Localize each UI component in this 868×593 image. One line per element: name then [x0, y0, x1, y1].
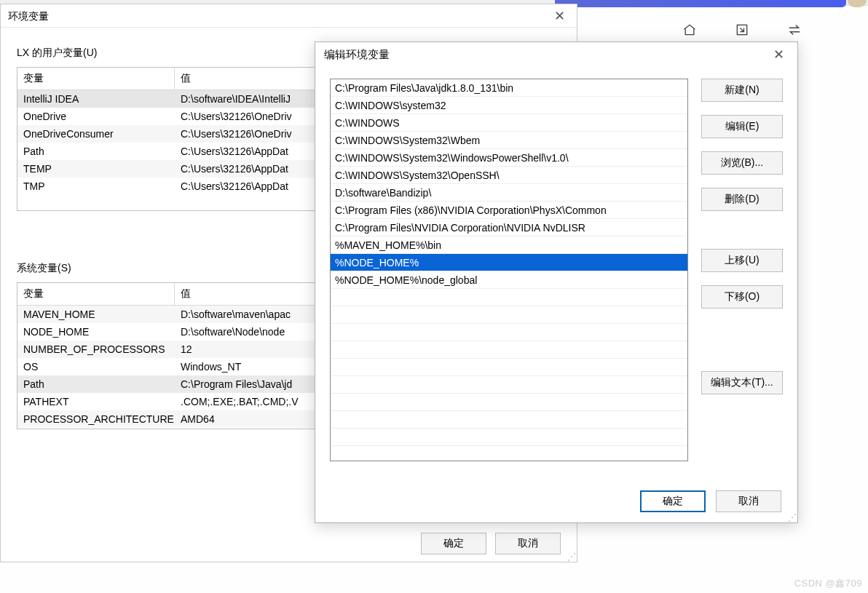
path-entry[interactable]: C:\Program Files\NVIDIA Corporation\NVID…	[331, 219, 687, 236]
var-name: PATHEXT	[17, 393, 175, 410]
var-name: Path	[17, 143, 175, 160]
path-entry[interactable]: C:\WINDOWS\System32\OpenSSH\	[331, 167, 687, 184]
ok-button[interactable]: 确定	[421, 533, 486, 554]
path-entry-empty[interactable]	[331, 306, 687, 324]
path-entry[interactable]: D:\software\Bandizip\	[331, 184, 687, 202]
ok-button[interactable]: 确定	[640, 490, 706, 512]
edit-dialog-footer: 确定 取消	[640, 490, 781, 512]
var-name: NODE_HOME	[17, 323, 175, 341]
move-up-button[interactable]: 上移(U)	[701, 249, 783, 272]
browse-button[interactable]: 浏览(B)...	[701, 151, 783, 175]
path-entry[interactable]: C:\WINDOWS\System32\WindowsPowerShell\v1…	[331, 149, 687, 167]
resize-grip-icon[interactable]: ⋰	[567, 554, 575, 560]
path-entry[interactable]: %MAVEN_HOME%\bin	[331, 236, 687, 254]
path-entry-empty[interactable]	[331, 359, 687, 376]
edit-dialog-side-buttons: 新建(N) 编辑(E) 浏览(B)... 删除(D) 上移(U) 下移(O) 编…	[701, 79, 783, 461]
column-header-name[interactable]: 变量	[17, 68, 175, 89]
var-name: OS	[17, 358, 175, 375]
var-name: PROCESSOR_ARCHITECTURE	[17, 410, 175, 428]
path-entry[interactable]: C:\Program Files\Java\jdk1.8.0_131\bin	[331, 79, 687, 97]
close-icon[interactable]: ✕	[769, 42, 789, 67]
var-name: IntelliJ IDEA	[17, 90, 175, 108]
move-down-button[interactable]: 下移(O)	[701, 285, 783, 309]
edit-dialog-title: 编辑环境变量	[324, 42, 390, 67]
expand-icon[interactable]	[734, 22, 750, 38]
side-icon-strip	[682, 22, 802, 38]
path-entry[interactable]: %NODE_HOME%\node_global	[331, 271, 687, 289]
var-name: TMP	[17, 178, 175, 195]
cancel-button[interactable]: 取消	[495, 533, 561, 554]
path-entry-empty[interactable]	[331, 376, 687, 394]
path-entry-empty[interactable]	[331, 394, 687, 411]
edit-text-button[interactable]: 编辑文本(T)...	[701, 371, 783, 394]
path-entry[interactable]: C:\WINDOWS	[331, 114, 687, 132]
path-entry[interactable]: C:\Program Files (x86)\NVIDIA Corporatio…	[331, 202, 687, 219]
env-dialog-footer: 确定 取消	[421, 533, 561, 554]
path-entry[interactable]: C:\WINDOWS\System32\Wbem	[331, 132, 687, 149]
edit-env-var-dialog: 编辑环境变量 ✕ C:\Program Files\Java\jdk1.8.0_…	[315, 41, 798, 523]
watermark-text: CSDN @鑫709	[794, 577, 862, 590]
var-name: TEMP	[17, 160, 175, 178]
path-entry-empty[interactable]	[331, 324, 687, 341]
cancel-button[interactable]: 取消	[716, 490, 781, 512]
var-name: OneDriveConsumer	[17, 125, 175, 143]
banner-ad	[555, 0, 846, 7]
path-entry[interactable]: C:\WINDOWS\system32	[331, 97, 687, 114]
path-entry-empty[interactable]	[331, 341, 687, 359]
resize-grip-icon[interactable]: ⋰	[788, 514, 795, 520]
path-entry-empty[interactable]	[331, 411, 687, 429]
path-entry-empty[interactable]	[331, 289, 687, 306]
avatar	[848, 0, 867, 7]
new-button[interactable]: 新建(N)	[701, 79, 783, 102]
path-entry-empty[interactable]	[331, 429, 687, 446]
var-name: MAVEN_HOME	[17, 306, 175, 323]
var-name: Path	[17, 375, 175, 393]
edit-dialog-titlebar: 编辑环境变量 ✕	[315, 42, 797, 67]
var-name: NUMBER_OF_PROCESSORS	[17, 341, 175, 358]
edit-button[interactable]: 编辑(E)	[701, 115, 783, 138]
env-dialog-title: 环境变量	[8, 4, 49, 28]
delete-button[interactable]: 删除(D)	[701, 188, 783, 211]
swap-icon[interactable]	[786, 22, 802, 38]
var-name: OneDrive	[17, 108, 175, 125]
var-name: PROCESSOR_IDENTIFIER	[17, 428, 175, 429]
column-header-name[interactable]: 变量	[17, 283, 175, 305]
path-entry[interactable]: %NODE_HOME%	[331, 254, 687, 271]
home-outline-icon[interactable]	[682, 22, 698, 38]
path-entries-list[interactable]: C:\Program Files\Java\jdk1.8.0_131\binC:…	[330, 79, 688, 461]
env-dialog-titlebar: 环境变量 ✕	[1, 4, 577, 28]
close-icon[interactable]: ✕	[550, 4, 569, 28]
